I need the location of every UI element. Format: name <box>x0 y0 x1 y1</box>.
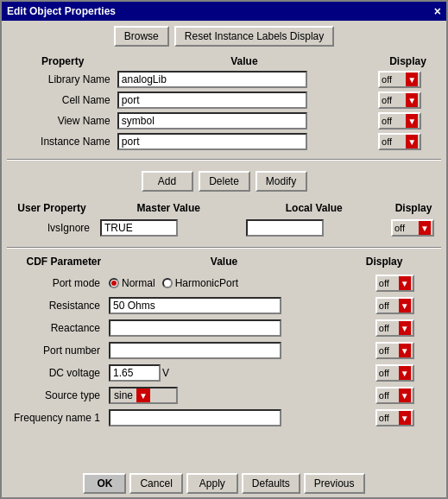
user-master-value-cell <box>97 218 241 238</box>
user-property-row: lvsIgnore off ▼ <box>9 218 439 238</box>
select-arrow-icon[interactable]: ▼ <box>136 388 150 402</box>
unit-label: V <box>162 367 169 379</box>
cdf-dropdown-arrow-icon: ▼ <box>399 366 411 380</box>
cdf-table-row: Source type sine ▼ off ▼ <box>9 385 439 406</box>
property-display-cell: off ▼ <box>375 131 441 152</box>
ok-button[interactable]: OK <box>83 473 126 494</box>
cdf-dropdown-arrow-icon: ▼ <box>399 276 411 290</box>
property-label: View Name <box>7 111 114 131</box>
defaults-button[interactable]: Defaults <box>242 473 300 494</box>
property-table-row: Instance Name off ▼ <box>7 131 441 152</box>
close-button[interactable]: × <box>434 5 441 17</box>
cdf-param-label: Source type <box>9 385 104 406</box>
dropdown-arrow-icon: ▼ <box>406 114 418 128</box>
cdf-display-cell: off ▼ <box>372 295 439 316</box>
cdf-value-cell <box>105 407 370 428</box>
local-value-input[interactable] <box>246 219 324 237</box>
cdf-param-label: DC voltage <box>9 363 104 383</box>
property-value-input[interactable] <box>117 71 307 88</box>
property-value-cell <box>114 69 375 90</box>
cdf-param-label: Frequency name 1 <box>9 407 104 428</box>
cdf-table-row: DC voltage V off ▼ <box>9 363 439 383</box>
cdf-header: CDF Parameter Value Display <box>7 256 441 268</box>
cdf-display-dropdown[interactable]: off ▼ <box>375 364 414 382</box>
cdf-value-cell: Normal HarmonicPort <box>105 273 370 294</box>
top-button-row: Browse Reset Instance Labels Display <box>7 26 441 47</box>
display-dropdown-button[interactable]: off ▼ <box>378 71 421 88</box>
previous-button[interactable]: Previous <box>304 473 365 494</box>
cdf-value-cell <box>105 295 370 316</box>
display-dropdown-button[interactable]: off ▼ <box>378 92 421 109</box>
value-col-header: Value <box>114 54 375 69</box>
cdf-table-row: Resistance off ▼ <box>9 295 439 316</box>
property-value-input[interactable] <box>117 112 307 129</box>
cdf-param-header: CDF Parameter <box>10 256 117 268</box>
cdf-value-input[interactable] <box>109 409 281 426</box>
cdf-display-value: off <box>379 323 389 333</box>
property-value-cell <box>114 131 375 152</box>
user-local-value-cell <box>243 218 387 238</box>
radio-dot-normal <box>109 278 119 288</box>
cdf-table-row: Frequency name 1 off ▼ <box>9 407 439 428</box>
dropdown-arrow-icon: ▼ <box>406 135 418 148</box>
radio-label-harmonicport[interactable]: HarmonicPort <box>162 277 238 289</box>
property-display-cell: off ▼ <box>375 111 441 131</box>
add-button[interactable]: Add <box>142 171 193 192</box>
cdf-dropdown-arrow-icon: ▼ <box>399 411 411 425</box>
property-value-input[interactable] <box>117 133 307 150</box>
cdf-value-input[interactable] <box>109 342 281 359</box>
cdf-display-cell: off ▼ <box>372 340 439 361</box>
cdf-display-dropdown[interactable]: off ▼ <box>375 387 414 404</box>
user-dropdown-arrow-icon: ▼ <box>419 221 431 235</box>
cdf-value-input[interactable] <box>109 297 281 314</box>
radio-label-normal[interactable]: Normal <box>109 277 155 289</box>
property-table: Property Value Display Library Name off … <box>7 54 441 152</box>
master-value-input[interactable] <box>100 219 178 237</box>
cdf-value-input[interactable] <box>109 364 161 382</box>
cdf-display-dropdown[interactable]: off ▼ <box>375 409 414 426</box>
cdf-value-cell <box>105 318 370 338</box>
cdf-display-dropdown[interactable]: off ▼ <box>375 342 414 359</box>
modify-button[interactable]: Modify <box>256 171 307 192</box>
title-bar: Edit Object Properties × <box>2 2 446 21</box>
property-value-input[interactable] <box>117 92 307 109</box>
display-value: off <box>382 74 392 85</box>
user-display-dropdown[interactable]: off ▼ <box>391 219 434 237</box>
radio-dot-harmonicport <box>162 278 173 288</box>
delete-button[interactable]: Delete <box>199 171 250 192</box>
cdf-table-row: Reactance off ▼ <box>9 318 439 338</box>
cdf-param-label: Reactance <box>9 318 104 338</box>
property-label: Library Name <box>7 69 114 90</box>
cancel-button[interactable]: Cancel <box>129 473 182 494</box>
dropdown-arrow-icon: ▼ <box>406 73 418 86</box>
cdf-display-dropdown[interactable]: off ▼ <box>375 319 414 337</box>
cdf-display-value: off <box>379 390 389 401</box>
cdf-display-dropdown[interactable]: off ▼ <box>375 297 414 314</box>
user-property-table: User Property Master Value Local Value D… <box>7 199 441 240</box>
cdf-display-value: off <box>379 413 389 423</box>
source-type-select[interactable]: sine ▼ <box>109 387 178 404</box>
cdf-display-cell: off ▼ <box>372 363 439 383</box>
cdf-table-row: Port number off ▼ <box>9 340 439 361</box>
cdf-display-value: off <box>379 278 389 288</box>
display-dropdown-button[interactable]: off ▼ <box>378 112 421 129</box>
cdf-param-label: Port number <box>9 340 104 361</box>
property-table-row: View Name off ▼ <box>7 111 441 131</box>
user-property-col-header: User Property <box>9 200 95 216</box>
display-dropdown-button[interactable]: off ▼ <box>378 133 421 150</box>
property-table-row: Cell Name off ▼ <box>7 90 441 111</box>
apply-button[interactable]: Apply <box>186 473 238 494</box>
property-display-cell: off ▼ <box>375 69 441 90</box>
divider-1 <box>7 159 441 161</box>
cdf-value-input[interactable] <box>109 319 281 337</box>
cdf-display-dropdown[interactable]: off ▼ <box>375 275 414 292</box>
select-current-value: sine <box>110 389 136 401</box>
dropdown-arrow-icon: ▼ <box>406 93 418 107</box>
browse-button[interactable]: Browse <box>114 26 169 47</box>
master-value-col-header: Master Value <box>97 200 241 216</box>
cdf-dropdown-arrow-icon: ▼ <box>399 299 411 313</box>
cdf-table-row: Port mode Normal HarmonicPort off ▼ <box>9 273 439 294</box>
cdf-display-value: off <box>379 345 389 356</box>
reset-instance-labels-button[interactable]: Reset Instance Labels Display <box>174 26 334 47</box>
cdf-display-cell: off ▼ <box>372 385 439 406</box>
